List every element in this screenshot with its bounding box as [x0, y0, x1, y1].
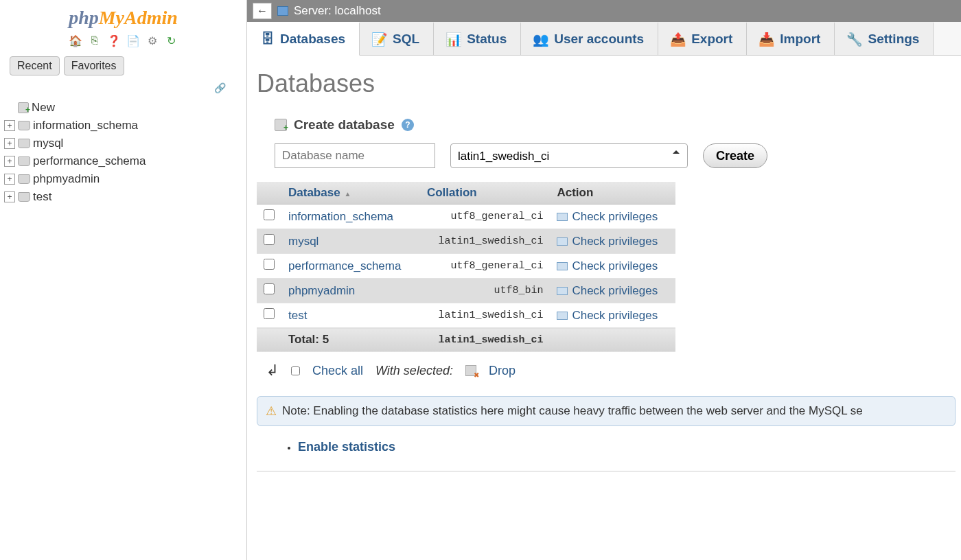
database-icon [18, 174, 30, 184]
content-area: Databases Create database ? latin1_swedi… [247, 56, 961, 485]
enable-statistics-link[interactable]: Enable statistics [298, 440, 395, 454]
settings-icon: 🔧 [848, 33, 861, 45]
expand-icon[interactable]: + [4, 120, 15, 131]
back-button[interactable]: ← [253, 3, 272, 19]
check-privileges-link[interactable]: Check privileges [572, 284, 658, 297]
collation-select[interactable]: latin1_swedish_ci [450, 143, 688, 168]
expand-icon[interactable]: + [4, 138, 15, 149]
sidebar-icon-row: 🏠 ⎘ ❓ 📄 ⚙ ↻ [0, 30, 246, 54]
expand-icon[interactable]: + [4, 174, 15, 185]
main-tabs: 🗄 Databases 📝 SQL 📊 Status 👥 User accoun… [247, 22, 961, 56]
divider [257, 471, 956, 471]
tab-status[interactable]: 📊 Status [434, 22, 521, 55]
table-row: phpmyadmin utf8_bin Check privileges [257, 279, 675, 303]
user-accounts-icon: 👥 [535, 33, 547, 45]
expand-icon[interactable]: + [4, 191, 15, 202]
bulk-actions: ↳ Check all With selected: Drop [257, 352, 956, 392]
tab-sql[interactable]: 📝 SQL [360, 22, 434, 55]
tab-favorites[interactable]: Favorites [64, 56, 124, 75]
row-checkbox[interactable] [264, 259, 275, 270]
arrow-up-icon: ↳ [266, 362, 279, 380]
row-checkbox[interactable] [264, 283, 275, 294]
status-icon: 📊 [448, 33, 460, 45]
databases-icon: 🗄 [261, 33, 273, 45]
row-checkbox[interactable] [264, 234, 275, 245]
check-privileges-link[interactable]: Check privileges [572, 259, 658, 272]
tab-recent[interactable]: Recent [10, 56, 60, 75]
create-button[interactable]: Create [703, 143, 767, 168]
database-icon [18, 156, 30, 166]
with-selected-label: With selected: [375, 364, 453, 378]
logout-icon[interactable]: ⎘ [87, 33, 102, 48]
tree-item[interactable]: + mysql [4, 135, 246, 152]
check-all-checkbox[interactable] [291, 366, 300, 375]
tab-databases[interactable]: 🗄 Databases [247, 22, 360, 56]
check-privileges-link[interactable]: Check privileges [572, 309, 658, 322]
privileges-icon [557, 237, 568, 246]
help-icon[interactable]: ? [402, 119, 414, 131]
logo-part2: MyAdmin [99, 7, 178, 28]
warning-icon: ⚠ [266, 404, 277, 419]
create-db-form: latin1_swedish_ci Create [257, 143, 956, 182]
phpmyadmin-logo[interactable]: phpMyAdmin [0, 4, 246, 30]
row-collation: utf8_general_ci [427, 211, 543, 222]
table-row: performance_schema utf8_general_ci Check… [257, 254, 675, 279]
sort-asc-icon: ▲ [345, 190, 351, 198]
privileges-icon [557, 312, 568, 320]
database-icon [18, 121, 30, 130]
table-row: information_schema utf8_general_ci Check… [257, 205, 675, 229]
tab-user-accounts[interactable]: 👥 User accounts [521, 22, 658, 55]
check-privileges-link[interactable]: Check privileges [572, 235, 658, 248]
sidebar-tabs: Recent Favorites [0, 54, 246, 80]
main-panel: ← Server: localhost 🗄 Databases 📝 SQL 📊 … [247, 0, 961, 560]
docs-icon[interactable]: ❓ [106, 33, 121, 48]
server-breadcrumb[interactable]: Server: localhost [294, 4, 381, 18]
reload-icon[interactable]: ↻ [164, 33, 179, 48]
export-icon: 📤 [672, 33, 684, 45]
import-icon: 📥 [761, 33, 773, 45]
col-action: Action [550, 182, 675, 205]
privileges-icon [557, 213, 568, 221]
row-checkbox[interactable] [264, 209, 275, 220]
db-link[interactable]: mysql [288, 235, 319, 248]
tab-import[interactable]: 📥 Import [747, 22, 835, 55]
tree-new[interactable]: New [4, 99, 246, 117]
link-chain-icon[interactable]: 🔗 [214, 82, 226, 93]
tree-item[interactable]: + information_schema [4, 117, 246, 135]
db-link[interactable]: phpmyadmin [288, 284, 355, 297]
settings-gear-icon[interactable]: ⚙ [145, 33, 160, 48]
row-collation: utf8_general_ci [427, 260, 543, 272]
topbar: ← Server: localhost [247, 0, 961, 22]
sql-doc-icon[interactable]: 📄 [126, 33, 141, 48]
tree-item[interactable]: + test [4, 188, 246, 206]
db-link[interactable]: information_schema [288, 210, 393, 223]
col-collation[interactable]: Collation [420, 182, 550, 205]
tree-item[interactable]: + phpmyadmin [4, 170, 246, 188]
databases-table: Database▲ Collation Action information_s… [257, 182, 675, 352]
check-privileges-link[interactable]: Check privileges [572, 210, 658, 223]
drop-link[interactable]: Drop [489, 364, 516, 378]
check-all-link[interactable]: Check all [312, 364, 363, 378]
tab-export[interactable]: 📤 Export [658, 22, 747, 55]
privileges-icon [557, 287, 568, 295]
create-db-label: Create database [294, 117, 395, 132]
note-text: Note: Enabling the database statistics h… [282, 404, 863, 418]
expand-icon[interactable]: + [4, 156, 15, 167]
database-icon [18, 139, 30, 148]
tree-item[interactable]: + performance_schema [4, 152, 246, 170]
tab-settings[interactable]: 🔧 Settings [835, 22, 934, 55]
table-footer: Total: 5 latin1_swedish_ci [257, 328, 675, 352]
server-icon [277, 6, 288, 16]
sidebar: phpMyAdmin 🏠 ⎘ ❓ 📄 ⚙ ↻ Recent Favorites … [0, 0, 247, 560]
new-db-icon [18, 102, 29, 113]
create-db-heading: Create database ? [257, 115, 956, 143]
stats-list: Enable statistics [257, 440, 956, 454]
home-icon[interactable]: 🏠 [68, 33, 83, 48]
logo-part1: php [69, 7, 99, 28]
row-checkbox[interactable] [264, 308, 275, 319]
note-box: ⚠ Note: Enabling the database statistics… [257, 396, 956, 426]
db-link[interactable]: performance_schema [288, 259, 401, 272]
col-database[interactable]: Database▲ [281, 182, 420, 205]
db-link[interactable]: test [288, 309, 307, 322]
database-name-input[interactable] [275, 143, 435, 168]
